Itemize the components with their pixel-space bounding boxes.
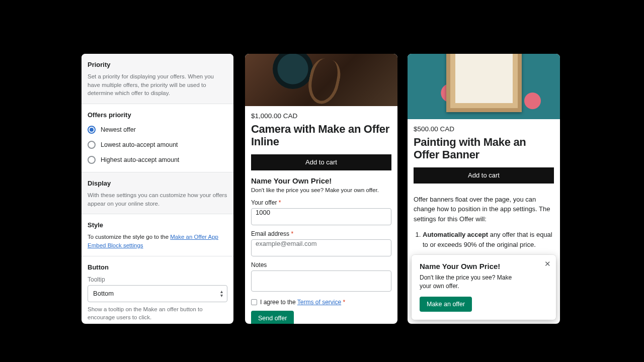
tos-row[interactable]: I agree to the Terms of service * <box>251 299 391 306</box>
tos-checkbox[interactable] <box>251 299 257 305</box>
painting-frame-decor <box>446 54 522 112</box>
notes-input[interactable] <box>251 270 391 292</box>
email-input[interactable]: example@email.com <box>251 239 391 256</box>
add-to-cart-button[interactable]: Add to cart <box>414 167 554 184</box>
settings-panel: Priority Set a priority for displaying y… <box>82 54 233 324</box>
offer-popup: ✕ Name Your Own Price! Don't like the pr… <box>412 255 556 320</box>
popup-title: Name Your Own Price! <box>420 262 548 270</box>
product-image <box>408 54 560 119</box>
tooltip-label: Tooltip <box>88 276 227 283</box>
notes-label: Notes <box>251 261 391 268</box>
display-desc: With these settings you can customize ho… <box>88 191 227 208</box>
radio-label: Newest offer <box>101 126 136 133</box>
offer-form: Name Your Own Price! Don't like the pric… <box>245 176 397 324</box>
tos-text: I agree to the Terms of service * <box>260 299 345 306</box>
priority-title: Priority <box>88 61 227 68</box>
nyop-title: Name Your Own Price! <box>251 176 391 185</box>
button-section: Button Tooltip Bottom ▴▾ Show a tooltip … <box>82 256 233 324</box>
send-offer-button[interactable]: Send offer <box>251 311 294 324</box>
radio-highest[interactable]: Highest auto-accept amount <box>88 156 227 164</box>
product-title: Painting with Make an Offer Banner <box>414 136 554 161</box>
display-title: Display <box>88 179 227 187</box>
camera-lens-decor <box>273 54 313 89</box>
style-pre: To customize the style go to the <box>88 234 170 240</box>
popup-desc: Don't like the price you see? Make your … <box>420 274 520 291</box>
close-icon[interactable]: ✕ <box>544 260 551 267</box>
style-section: Style To customize the style go to the M… <box>82 214 233 256</box>
radio-newest[interactable]: Newest offer <box>88 126 227 134</box>
required-indicator: * <box>343 299 346 306</box>
banner-explainer: Offer banners float over the page, you c… <box>414 195 554 224</box>
product-price: $1,000.00 CAD <box>251 112 391 120</box>
style-text: To customize the style go to the Make an… <box>88 233 227 249</box>
product-inline-panel: $1,000.00 CAD Camera with Make an Offer … <box>245 54 397 324</box>
radio-icon <box>88 126 96 134</box>
product-banner-panel: $500.00 CAD Painting with Make an Offer … <box>408 54 560 324</box>
required-indicator: * <box>291 230 293 237</box>
style-title: Style <box>88 221 227 229</box>
product-title: Camera with Make an Offer Inline <box>251 123 391 148</box>
tooltip-value: Bottom <box>93 290 114 297</box>
tooltip-select[interactable]: Bottom ▴▾ <box>88 285 227 302</box>
offers-priority-title: Offers priority <box>88 111 227 119</box>
radio-icon <box>88 156 96 164</box>
product-price: $500.00 CAD <box>414 125 554 133</box>
product-image <box>245 54 397 106</box>
radio-icon <box>88 141 96 149</box>
priority-section: Priority Set a priority for displaying y… <box>82 54 233 104</box>
nyop-sub: Don't like the price you see? Make your … <box>251 187 391 193</box>
radio-label: Lowest auto-accept amount <box>101 141 178 148</box>
offer-input[interactable]: 1000 <box>251 208 391 225</box>
offers-priority-section: Offers priority Newest offer Lowest auto… <box>82 104 233 172</box>
list-item: Automatically accept any offer that is e… <box>423 230 554 249</box>
tooltip-help: Show a tooltip on the Make an offer butt… <box>88 305 227 321</box>
radio-label: Highest auto-accept amount <box>101 156 179 163</box>
add-to-cart-button[interactable]: Add to cart <box>251 154 391 170</box>
required-indicator: * <box>279 199 281 206</box>
rule-action: Automatically accept <box>423 231 488 238</box>
chevron-updown-icon: ▴▾ <box>220 290 223 298</box>
offer-label: Your offer * <box>251 199 391 206</box>
make-offer-button[interactable]: Make an offer <box>420 297 472 312</box>
tos-link[interactable]: Terms of service <box>297 299 341 306</box>
display-section: Display With these settings you can cust… <box>82 172 233 214</box>
button-title: Button <box>88 263 227 271</box>
radio-lowest[interactable]: Lowest auto-accept amount <box>88 141 227 149</box>
email-label: Email address * <box>251 230 391 237</box>
priority-desc: Set a priority for displaying your offer… <box>88 72 227 98</box>
